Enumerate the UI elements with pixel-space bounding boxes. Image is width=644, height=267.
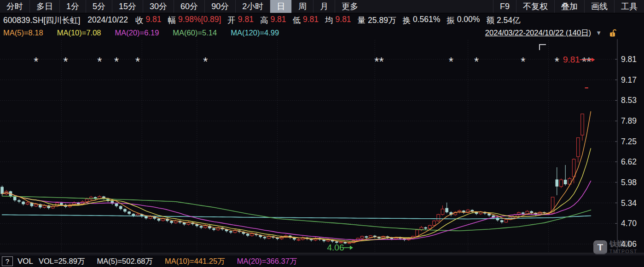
- quote-field: 收9.81: [135, 15, 162, 26]
- y-axis-label: 4.06: [621, 239, 637, 249]
- ma-legend-item: MA(10)=7.08: [57, 28, 101, 37]
- candle-body-down: [115, 204, 118, 206]
- tab-5分[interactable]: 5分: [86, 0, 112, 13]
- field-label: 额: [486, 15, 494, 26]
- candle-body-up: [43, 205, 46, 207]
- event-marker-asterisk: *: [521, 55, 525, 68]
- toolbar-spacer: [365, 0, 493, 13]
- candle-body-up: [233, 231, 237, 233]
- candle-body-down: [496, 218, 499, 221]
- field-label: 收: [135, 15, 144, 26]
- tab-90分[interactable]: 90分: [204, 0, 235, 13]
- tab-2小时[interactable]: 2小时: [235, 0, 270, 13]
- y-axis-label: 8.53: [621, 96, 637, 105]
- y-axis-label: 6.62: [621, 157, 637, 166]
- candle-body-up: [348, 243, 351, 244]
- toolbar-button-画线[interactable]: 画线: [584, 0, 614, 13]
- candle-body-up: [360, 236, 364, 238]
- tab-1分[interactable]: 1分: [59, 0, 86, 13]
- tab-30分[interactable]: 30分: [143, 0, 174, 13]
- limit-candle: [585, 87, 588, 88]
- toolbar-button-F9[interactable]: F9: [493, 0, 516, 13]
- ma-legend-item: MA(60)=5.14: [173, 28, 217, 37]
- quote-field: 高9.81: [260, 15, 286, 26]
- quote-field: 量25.89万: [358, 15, 396, 26]
- last-price-arrowhead: [592, 58, 595, 62]
- candle-body-up: [581, 114, 584, 135]
- field-value: 25.89万: [368, 15, 396, 26]
- field-value: 9.81: [303, 15, 319, 26]
- field-label: 幅: [168, 15, 176, 26]
- help-icon[interactable]: ?: [2, 256, 13, 266]
- volume-legend-item: VOL=25.89万: [39, 256, 85, 267]
- y-axis-label: 9.17: [621, 75, 637, 85]
- tab-更多[interactable]: 更多: [335, 0, 365, 13]
- candle-body-down: [119, 206, 122, 209]
- field-label: 量: [358, 15, 366, 26]
- candlestick-chart[interactable]: **************9.819.178.537.897.256.625.…: [0, 39, 644, 255]
- quote-field: 额2.54亿: [486, 15, 520, 26]
- date-range-selector[interactable]: 2024/03/22-2024/10/22 (140日): [485, 28, 591, 38]
- y-axis-label: 4.70: [621, 219, 637, 228]
- volume-legend-items: VOL=25.89万MA(5)=502.68万MA(10)=441.25万MA(…: [39, 256, 309, 267]
- candle-body-up: [250, 234, 254, 236]
- candle-body-up: [204, 226, 207, 227]
- y-axis-label: 5.98: [621, 178, 637, 187]
- y-axis-label: 9.81: [621, 55, 637, 64]
- field-label: 换: [402, 15, 411, 26]
- candle-body-down: [17, 200, 21, 202]
- corner-bracket-mark: [540, 45, 546, 50]
- candle-body-down: [229, 231, 232, 233]
- candle-body-down: [128, 211, 131, 214]
- lock-icon[interactable]: !: [608, 28, 617, 38]
- quote-field: 低9.81: [292, 15, 319, 26]
- field-value: 9.81: [336, 15, 351, 26]
- symbol-name: 600839.SH[四川长虹]: [3, 15, 80, 26]
- candle-body-down: [157, 219, 161, 221]
- tab-日[interactable]: 日: [270, 0, 291, 13]
- tab-多日[interactable]: 多日: [29, 0, 59, 13]
- y-axis-label: 5.34: [621, 199, 637, 208]
- quote-field: 幅9.98%[0.89]: [168, 15, 221, 26]
- candle-body-up: [85, 199, 88, 202]
- tab-60分[interactable]: 60分: [174, 0, 204, 13]
- field-value: 9.98%[0.89]: [178, 15, 221, 26]
- tab-分时[interactable]: 分时: [0, 0, 29, 13]
- period-toolbar: 分时多日1分5分15分30分60分90分2小时日周月更多F9不复权叠加画线工具: [0, 0, 644, 13]
- event-marker-asterisk: *: [449, 55, 453, 68]
- svg-text:!: !: [612, 32, 613, 36]
- candle-body-up: [416, 230, 419, 236]
- candle-body-down: [445, 208, 448, 212]
- y-axis-label: 7.25: [621, 137, 637, 146]
- candle-body-down: [183, 222, 186, 224]
- field-value: 0.561%: [413, 15, 440, 26]
- tab-周[interactable]: 周: [291, 0, 313, 13]
- tab-15分[interactable]: 15分: [112, 0, 143, 13]
- quote-field: 均9.81: [325, 15, 351, 26]
- event-marker-asterisk: **: [582, 55, 591, 68]
- candle-body-down: [200, 226, 203, 227]
- candle-body-up: [441, 209, 444, 215]
- volume-legend-bar: ? VOL VOL=25.89万MA(5)=502.68万MA(10)=441.…: [0, 255, 644, 267]
- tab-月[interactable]: 月: [313, 0, 335, 13]
- candle-body-down: [522, 212, 525, 214]
- ma-legend-items: MA(5)=8.18MA(10)=7.08MA(20)=6.19MA(60)=5…: [3, 28, 293, 37]
- toolbar-button-不复权[interactable]: 不复权: [516, 0, 554, 13]
- candle-body-down: [132, 214, 135, 216]
- candle-body-up: [26, 203, 29, 204]
- chevron-down-icon[interactable]: ▼: [596, 29, 602, 36]
- toolbar-button-叠加[interactable]: 叠加: [554, 0, 584, 13]
- event-marker-asterisk: *: [114, 55, 119, 68]
- volume-pane-title: VOL: [17, 257, 33, 266]
- candle-body-up: [429, 225, 432, 228]
- quote-field: 换0.561%: [402, 15, 440, 26]
- candle-body-up: [35, 204, 38, 206]
- low-price-arrowhead: [350, 246, 353, 250]
- candle-body-up: [560, 180, 563, 187]
- candle-body-down: [263, 237, 267, 239]
- toolbar-button-工具[interactable]: 工具: [614, 0, 644, 13]
- field-value: 9.81: [238, 15, 254, 26]
- quote-field: 开9.81: [227, 15, 254, 26]
- stock-chart-app: 分时多日1分5分15分30分60分90分2小时日周月更多F9不复权叠加画线工具 …: [0, 0, 644, 267]
- candle-body-up: [433, 221, 436, 226]
